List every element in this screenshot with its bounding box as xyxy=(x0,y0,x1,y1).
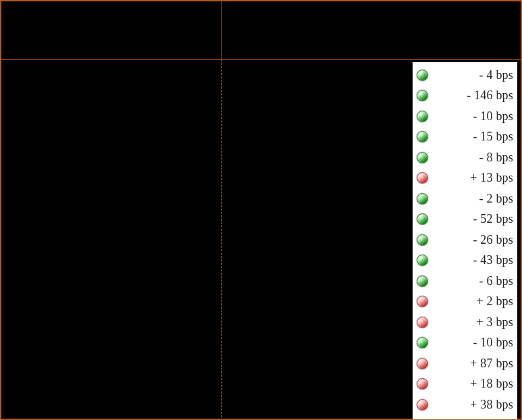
bps-row: - 2 bps xyxy=(417,188,513,209)
bps-row: + 3 bps xyxy=(417,312,513,333)
status-dot-down-icon xyxy=(417,90,428,101)
status-dot-down-icon xyxy=(417,111,428,122)
bps-row: - 43 bps xyxy=(417,251,513,271)
bps-value: - 10 bps xyxy=(431,336,513,350)
bps-value: + 38 bps xyxy=(431,398,513,412)
status-dot-down-icon xyxy=(417,152,428,163)
status-dot-down-icon xyxy=(417,275,428,287)
horizontal-divider xyxy=(1,59,521,60)
bps-row: - 10 bps xyxy=(417,333,513,354)
bps-row: - 4 bps xyxy=(417,65,513,86)
bps-value: + 13 bps xyxy=(431,171,513,185)
bps-value: + 2 bps xyxy=(431,294,513,309)
bps-row: + 87 bps xyxy=(417,353,513,374)
status-dot-up-icon xyxy=(417,378,428,390)
status-dot-down-icon xyxy=(417,234,428,246)
status-dot-up-icon xyxy=(417,172,428,184)
bps-row: - 146 bps xyxy=(417,86,513,107)
bps-value: - 8 bps xyxy=(431,151,513,165)
bps-change-panel: - 4 bps- 146 bps- 10 bps- 15 bps- 8 bps+… xyxy=(413,62,517,419)
bps-row: + 38 bps xyxy=(417,394,513,415)
bps-value: - 146 bps xyxy=(431,88,513,103)
bps-value: - 15 bps xyxy=(431,130,513,144)
status-dot-up-icon xyxy=(417,317,428,328)
bps-row: + 2 bps xyxy=(417,292,513,313)
bps-row: - 15 bps xyxy=(417,127,513,148)
bps-row: - 6 bps xyxy=(417,271,513,292)
bps-row: + 18 bps xyxy=(417,374,513,395)
status-dot-down-icon xyxy=(417,131,428,142)
vertical-divider-dashed xyxy=(221,59,222,417)
bps-row: - 8 bps xyxy=(417,147,513,168)
bps-value: - 52 bps xyxy=(431,212,513,226)
status-dot-up-icon xyxy=(417,358,428,369)
status-dot-down-icon xyxy=(417,337,428,348)
status-dot-up-icon xyxy=(417,399,428,411)
bps-row: - 52 bps xyxy=(417,209,513,230)
vertical-divider-top xyxy=(221,1,222,59)
table-frame: - 4 bps- 146 bps- 10 bps- 15 bps- 8 bps+… xyxy=(0,0,522,420)
status-dot-down-icon xyxy=(417,193,428,205)
status-dot-down-icon xyxy=(417,213,428,225)
bps-value: - 43 bps xyxy=(431,253,513,267)
bps-value: - 26 bps xyxy=(431,233,513,247)
bps-row: - 10 bps xyxy=(417,106,513,127)
bps-value: + 3 bps xyxy=(431,315,513,330)
status-dot-down-icon xyxy=(417,255,428,266)
bps-value: - 2 bps xyxy=(431,192,513,206)
bps-row: + 13 bps xyxy=(417,168,513,189)
bps-value: - 10 bps xyxy=(431,109,513,124)
bps-value: + 87 bps xyxy=(431,357,513,371)
bps-row: - 26 bps xyxy=(417,230,513,251)
bps-value: + 18 bps xyxy=(431,377,513,391)
status-dot-up-icon xyxy=(417,296,428,307)
bps-value: - 6 bps xyxy=(431,274,513,288)
status-dot-down-icon xyxy=(417,70,428,81)
bps-value: - 4 bps xyxy=(431,68,513,82)
